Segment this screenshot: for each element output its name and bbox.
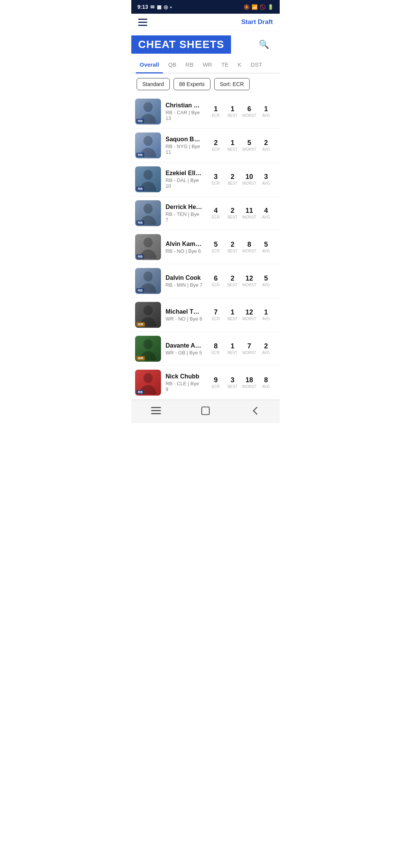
bottom-home-icon[interactable]	[198, 404, 213, 418]
best-label: BEST	[228, 215, 237, 219]
player-avatar: RB	[135, 370, 161, 396]
ecr-value: 5	[214, 241, 218, 249]
mail-icon: ✉	[150, 4, 155, 10]
player-row[interactable]: WR Davante Adams WR - GB | Bye 5 8 ECR 1…	[131, 332, 280, 366]
worst-label: WORST	[242, 249, 256, 253]
player-stats: 7 ECR 1 BEST 12 WORST 1 AVG	[207, 309, 274, 321]
best-value: 2	[231, 173, 234, 181]
player-stats: 3 ECR 2 BEST 10 WORST 3 AVG	[207, 173, 274, 185]
player-row[interactable]: RB Christian McCaffrey RB - CAR | Bye 13…	[131, 95, 280, 129]
calendar-icon: ▦	[157, 4, 161, 10]
tab-te[interactable]: TE	[217, 57, 232, 73]
stat-ecr: 4 ECR	[207, 207, 224, 219]
stat-best: 1 BEST	[224, 343, 241, 355]
player-name: Davante Adams	[166, 342, 203, 349]
bottom-back-icon[interactable]	[247, 404, 263, 418]
position-badge: RB	[136, 119, 144, 123]
no-icon: 🚫	[260, 4, 266, 10]
best-label: BEST	[228, 113, 237, 118]
tab-qb[interactable]: QB	[164, 57, 180, 73]
ecr-label: ECR	[212, 249, 220, 253]
player-row[interactable]: RB Ezekiel Elliott RB - DAL | Bye 10 3 E…	[131, 163, 280, 196]
player-info: Alvin Kamara RB - NO | Bye 6	[166, 241, 203, 254]
avg-value: 2	[264, 139, 268, 147]
player-row[interactable]: RB Dalvin Cook RB - MIN | Bye 7 6 ECR 2 …	[131, 264, 280, 298]
stat-ecr: 8 ECR	[207, 343, 224, 355]
page-title: CHEAT SHEETS	[131, 35, 231, 54]
filter-sort[interactable]: Sort: ECR	[214, 78, 250, 90]
tab-overall[interactable]: Overall	[136, 57, 163, 73]
player-name: Saquon Barkley	[166, 136, 203, 143]
tab-k[interactable]: K	[234, 57, 245, 73]
best-label: BEST	[228, 249, 237, 253]
stat-best: 1 BEST	[224, 309, 241, 321]
player-info: Derrick Henry RB - TEN | Bye 7	[166, 204, 203, 223]
avg-label: AVG	[262, 113, 270, 118]
stat-worst: 10 WORST	[241, 173, 258, 185]
dot-icon: •	[170, 4, 172, 10]
player-meta: RB - MIN | Bye 7	[166, 282, 203, 288]
worst-label: WORST	[242, 181, 256, 185]
player-meta: RB - CAR | Bye 13	[166, 110, 203, 121]
stat-ecr: 2 ECR	[207, 139, 224, 152]
player-avatar: WR	[135, 302, 161, 328]
stat-worst: 11 WORST	[241, 207, 258, 219]
stat-worst: 5 WORST	[241, 139, 258, 152]
player-avatar: RB	[135, 200, 161, 226]
position-badge: RB	[136, 254, 144, 259]
tab-wr[interactable]: WR	[199, 57, 216, 73]
player-row[interactable]: RB Saquon Barkley RB - NYG | Bye 11 2 EC…	[131, 129, 280, 163]
player-name: Nick Chubb	[166, 373, 203, 380]
svg-point-0	[143, 102, 153, 112]
stat-worst: 8 WORST	[241, 241, 258, 253]
player-stats: 6 ECR 2 BEST 12 WORST 5 AVG	[207, 275, 274, 287]
stat-avg: 1 AVG	[258, 105, 274, 118]
player-row[interactable]: RB Derrick Henry RB - TEN | Bye 7 4 ECR …	[131, 196, 280, 230]
start-draft-button[interactable]: Start Draft	[241, 18, 273, 26]
status-left: 9:13 ✉ ▦ ◎ •	[137, 4, 172, 10]
tab-rb[interactable]: RB	[182, 57, 198, 73]
player-name: Michael Thomas	[166, 308, 203, 315]
avg-value: 5	[264, 241, 268, 249]
stat-worst: 12 WORST	[241, 275, 258, 287]
player-info: Davante Adams WR - GB | Bye 5	[166, 342, 203, 356]
player-meta: RB - NO | Bye 6	[166, 248, 203, 254]
stat-worst: 7 WORST	[241, 343, 258, 355]
worst-label: WORST	[242, 147, 256, 152]
page-header: CHEAT SHEETS 🔍	[131, 31, 280, 57]
stat-avg: 1 AVG	[258, 309, 274, 321]
search-button[interactable]: 🔍	[257, 38, 271, 51]
best-label: BEST	[228, 351, 237, 355]
player-meta: WR - GB | Bye 5	[166, 350, 203, 356]
player-meta: RB - DAL | Bye 10	[166, 177, 203, 189]
hamburger-menu[interactable]	[138, 19, 147, 26]
avg-value: 4	[264, 207, 268, 215]
svg-rect-9	[151, 407, 161, 408]
position-badge: RB	[136, 288, 144, 293]
ecr-value: 9	[214, 377, 218, 384]
svg-point-2	[143, 170, 153, 180]
player-row[interactable]: WR Michael Thomas WR - NO | Bye 6 7 ECR …	[131, 298, 280, 332]
player-info: Ezekiel Elliott RB - DAL | Bye 10	[166, 170, 203, 189]
stat-ecr: 6 ECR	[207, 275, 224, 287]
filter-experts[interactable]: 88 Experts	[174, 78, 210, 90]
filter-scoring[interactable]: Standard	[137, 78, 170, 90]
stat-avg: 2 AVG	[258, 139, 274, 152]
player-name: Ezekiel Elliott	[166, 170, 203, 177]
bottom-menu-icon[interactable]	[148, 404, 164, 418]
avg-value: 1	[264, 309, 268, 316]
stat-worst: 6 WORST	[241, 105, 258, 118]
avg-value: 5	[264, 275, 268, 282]
player-avatar: RB	[135, 99, 161, 124]
avg-label: AVG	[262, 181, 270, 185]
svg-point-1	[143, 136, 153, 146]
player-avatar: WR	[135, 336, 161, 362]
tab-dst[interactable]: DST	[247, 57, 266, 73]
avg-value: 8	[264, 377, 268, 384]
svg-rect-11	[151, 413, 161, 414]
player-avatar: RB	[135, 166, 161, 192]
player-row[interactable]: RB Alvin Kamara RB - NO | Bye 6 5 ECR 2 …	[131, 230, 280, 264]
svg-point-6	[143, 305, 153, 315]
player-row[interactable]: RB Nick Chubb RB - CLE | Bye 9 9 ECR 3 B…	[131, 366, 280, 400]
best-label: BEST	[228, 283, 237, 287]
